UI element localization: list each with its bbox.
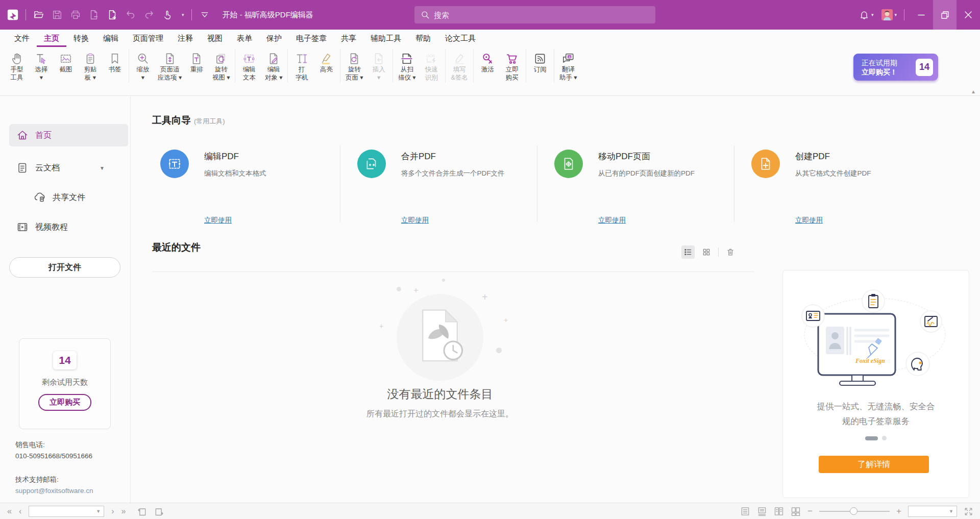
next-view-icon[interactable] [154, 506, 164, 516]
minimize-button[interactable] [910, 0, 933, 30]
rotate-page-tool[interactable]: 旋转页面 ▾ [342, 49, 366, 83]
continuous-view-icon[interactable] [757, 506, 767, 516]
trial-badge-buy[interactable]: 立即购买！ [862, 67, 916, 77]
menu-item-6[interactable]: 注释 [170, 30, 200, 47]
rotate-view-tool[interactable]: 旋转视图 ▾ [209, 49, 233, 83]
insert-page-tool[interactable]: 插入▾ [366, 49, 391, 83]
scrollbar[interactable] [973, 96, 980, 503]
use-now-link[interactable]: 立即使用 [598, 216, 626, 225]
menu-item-12[interactable]: 辅助工具 [363, 30, 408, 47]
touch-mode-icon[interactable] [162, 9, 173, 20]
tool-card-move-pdf: 移动PDF页面从已有的PDF页面创建新的PDF立即使用 [554, 145, 751, 228]
user-avatar[interactable] [881, 9, 893, 20]
extract-page-icon[interactable] [88, 9, 100, 20]
menu-item-14[interactable]: 论文工具 [438, 30, 483, 47]
snapshot-tool[interactable]: 截图 [54, 49, 78, 75]
restore-button[interactable] [933, 0, 957, 30]
zoom-slider[interactable] [819, 511, 890, 512]
translate-tool[interactable]: A翻译助手 ▾ [556, 49, 580, 83]
search-input[interactable] [434, 11, 628, 19]
sidebar-item-video-tutorial[interactable]: 视频教程 [9, 216, 128, 238]
chevron-down-icon[interactable]: ▼ [100, 165, 105, 171]
menu-item-1[interactable]: 文件 [7, 30, 37, 47]
clear-recent-trash-icon[interactable] [724, 245, 737, 259]
toolbar-group-2: 缩放▾页面适应选项 ▾重排旋转视图 ▾ [129, 49, 235, 83]
highlight-tool[interactable]: 高亮 [314, 49, 338, 75]
sidebar-item-shared-file[interactable]: 共享文件 [27, 186, 128, 209]
zoom-level-box[interactable]: ▼ [908, 506, 957, 517]
menu-item-13[interactable]: 帮助 [408, 30, 438, 47]
zoom-level-caret[interactable]: ▼ [946, 509, 957, 514]
list-view-button[interactable] [681, 245, 695, 259]
close-button[interactable] [957, 0, 980, 30]
first-page-button[interactable]: « [7, 507, 12, 516]
open-file-icon[interactable] [33, 9, 44, 20]
zoom-in-button[interactable]: + [896, 506, 901, 516]
hand-tool-tool[interactable]: 手型工具 [5, 49, 29, 83]
facing-view-icon[interactable] [774, 506, 784, 516]
single-page-view-icon[interactable] [740, 506, 750, 516]
bookmark-tool[interactable]: 书签 [103, 49, 127, 75]
account-caret[interactable]: ▾ [894, 12, 897, 17]
menu-item-5[interactable]: 页面管理 [126, 30, 170, 47]
page-number-box[interactable]: ▼ [29, 506, 104, 517]
menu-item-10[interactable]: 电子签章 [289, 30, 334, 47]
carousel-dot[interactable] [882, 436, 887, 440]
previous-view-icon[interactable] [137, 506, 147, 516]
search-box[interactable] [414, 6, 655, 23]
facing-continuous-view-icon[interactable] [791, 506, 801, 516]
fit-page-tool[interactable]: 页面适应选项 ▾ [155, 49, 184, 83]
sidebar-item-cloud-doc[interactable]: 云文档▼ [9, 157, 128, 179]
fullscreen-icon[interactable] [964, 507, 973, 516]
page-number-input[interactable] [29, 507, 93, 516]
hide-toolbar-icon[interactable] [199, 9, 210, 20]
learn-more-button[interactable]: 了解详情 [819, 456, 929, 473]
notification-bell-icon[interactable] [859, 9, 870, 20]
ocr-tool[interactable]: OCR快速识别 [419, 49, 444, 83]
touch-mode-caret[interactable]: ▾ [182, 12, 184, 17]
scanner-tool[interactable]: 从扫描仪 ▾ [395, 49, 419, 83]
grid-view-button[interactable] [700, 245, 713, 259]
zoom-out-button[interactable]: − [807, 506, 813, 516]
menu-item-8[interactable]: 表单 [230, 30, 259, 47]
use-now-link[interactable]: 立即使用 [401, 216, 429, 225]
carousel-dot-active[interactable] [865, 436, 878, 440]
trial-badge[interactable]: 正在试用期 立即购买！ 14 [853, 54, 938, 81]
edit-text-tool[interactable]: 编辑文本 [237, 49, 261, 83]
prev-page-button[interactable]: ‹ [19, 507, 21, 516]
subscribe-tool[interactable]: 订阅 [528, 49, 552, 75]
menu-item-9[interactable]: 保护 [259, 30, 289, 47]
clipboard-tool[interactable]: 剪贴板 ▾ [78, 49, 103, 83]
edit-object-tool[interactable]: 编辑对象 ▾ [261, 49, 286, 83]
redo-icon[interactable] [143, 9, 155, 20]
menu-item-4[interactable]: 编辑 [96, 30, 126, 47]
zoom-slider-handle[interactable] [850, 507, 857, 515]
menu-item-2[interactable]: 主页 [37, 30, 66, 47]
activate-tool[interactable]: 激活 [475, 49, 500, 75]
select-tool-tool[interactable]: 选择▾ [29, 49, 54, 83]
menu-item-3[interactable]: 转换 [66, 30, 96, 47]
print-icon[interactable] [70, 9, 81, 20]
undo-icon[interactable] [125, 9, 136, 20]
fill-sign-tool[interactable]: 填写&签名 [447, 49, 472, 83]
notification-caret[interactable]: ▾ [871, 12, 874, 17]
last-page-button[interactable]: » [121, 507, 126, 516]
zoom-tool[interactable]: 缩放▾ [131, 49, 155, 83]
new-document-icon[interactable] [107, 9, 118, 20]
save-icon[interactable] [52, 9, 63, 20]
buy-now-button[interactable]: 立即购买 [38, 394, 91, 411]
cart-tool[interactable]: 立即购买 [500, 49, 524, 83]
use-now-link[interactable]: 立即使用 [795, 216, 823, 225]
support-email-link[interactable]: support@foxitsoftware.cn [15, 485, 93, 497]
scroll-up-icon[interactable]: ▲ [971, 89, 976, 94]
use-now-link[interactable]: 立即使用 [204, 216, 232, 225]
menu-item-11[interactable]: 共享 [334, 30, 363, 47]
typewriter-tool[interactable]: 打字机 [289, 49, 314, 83]
page-number-caret[interactable]: ▼ [93, 509, 104, 514]
next-page-button[interactable]: › [111, 507, 114, 516]
empty-state-illustration [397, 294, 483, 381]
sidebar-item-home[interactable]: 首页 [9, 124, 128, 146]
menu-item-7[interactable]: 视图 [200, 30, 230, 47]
reflow-tool[interactable]: 重排 [184, 49, 209, 75]
open-file-button[interactable]: 打开文件 [9, 257, 120, 278]
